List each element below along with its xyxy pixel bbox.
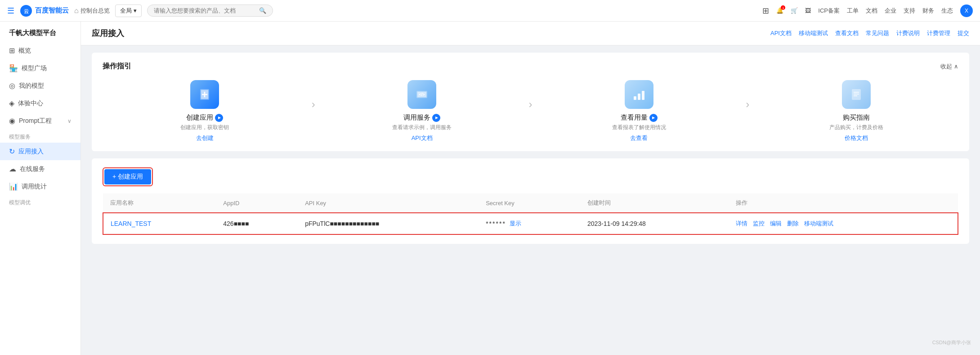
step-usage-play-icon[interactable] xyxy=(649,114,658,122)
sidebar-item-label: Prompt工程 xyxy=(19,117,52,125)
sidebar-item-prompt[interactable]: ◉ Prompt工程 ∨ xyxy=(0,112,81,130)
search-bar[interactable]: 🔍 xyxy=(147,4,273,17)
sidebar-item-label: 我的模型 xyxy=(19,82,44,90)
logo-text: 百度智能云 xyxy=(35,6,69,15)
api-docs-link[interactable]: API文档 xyxy=(770,29,792,37)
support-link[interactable]: 支持 xyxy=(904,7,915,15)
step-arrow-3: › xyxy=(746,98,749,124)
billing-explain-link[interactable]: 计费说明 xyxy=(896,29,920,37)
sidebar-item-call-stats[interactable]: 📊 调用统计 xyxy=(0,178,81,195)
logo: 云 百度智能云 xyxy=(20,4,69,17)
collapse-button[interactable]: 收起 ∧ xyxy=(940,63,958,71)
sidebar-item-my-models[interactable]: ◎ 我的模型 xyxy=(0,77,81,94)
sidebar-item-online-service[interactable]: ☁ 在线服务 xyxy=(0,160,81,178)
svg-rect-9 xyxy=(634,96,636,100)
app-id-cell: 426■■■■ xyxy=(216,213,298,234)
submit-link[interactable]: 提交 xyxy=(958,29,969,37)
purchase-guide-svg xyxy=(849,87,864,102)
svg-text:云: 云 xyxy=(24,9,29,14)
col-app-name: 应用名称 xyxy=(103,193,216,213)
table-row: LEARN_TEST 426■■■■ pFPuTlC■■■■■■■■■■■■■ … xyxy=(103,213,958,234)
step-call-icon: </> xyxy=(407,80,436,109)
svg-rect-10 xyxy=(638,94,640,100)
guide-steps: 创建应用 创建应用，获取密钥 去创建 › </> xyxy=(103,80,958,142)
sidebar-item-label: 在线服务 xyxy=(20,165,45,173)
col-create-time: 创建时间 xyxy=(580,193,729,213)
detail-link[interactable]: 详情 xyxy=(736,220,747,228)
step-create-name: 创建应用 xyxy=(186,113,223,122)
menu-icon[interactable]: ☰ xyxy=(7,6,14,16)
create-app-svg xyxy=(197,87,212,102)
my-models-icon: ◎ xyxy=(9,81,15,90)
step-purchase-link[interactable]: 价格文档 xyxy=(845,134,868,142)
logo-svg: 云 xyxy=(20,4,32,17)
home-icon: ⌂ xyxy=(74,7,79,15)
ecosystem-link[interactable]: 生态 xyxy=(941,7,953,15)
notification-icon[interactable]: 🔔1 xyxy=(776,7,783,14)
delete-link[interactable]: 删除 xyxy=(787,220,799,228)
create-btn-wrapper: + 创建应用 xyxy=(103,167,153,186)
collapse-label: 收起 xyxy=(940,63,952,71)
sidebar-item-app-access[interactable]: ↻ 应用接入 xyxy=(0,143,81,160)
step-create-link[interactable]: 去创建 xyxy=(196,134,214,142)
image-icon[interactable]: 🖼 xyxy=(805,7,811,14)
finance-link[interactable]: 财务 xyxy=(922,7,934,15)
col-app-id: AppID xyxy=(216,193,298,213)
app-name-cell: LEARN_TEST xyxy=(103,213,216,234)
step-purchase-desc: 产品购买，计费及价格 xyxy=(829,124,883,131)
mobile-test-link[interactable]: 移动端测试 xyxy=(799,29,828,37)
guide-step-purchase: 购买指南 产品购买，计费及价格 价格文档 xyxy=(754,80,958,142)
region-selector[interactable]: 全局 ▾ xyxy=(115,4,142,17)
avatar[interactable]: X xyxy=(960,4,973,17)
app-name-link[interactable]: LEARN_TEST xyxy=(111,220,151,227)
control-center-link[interactable]: 控制台总览 xyxy=(81,7,110,15)
sidebar-item-model-plaza[interactable]: 🏪 模型广场 xyxy=(0,59,81,77)
icp-link[interactable]: ICP备案 xyxy=(818,7,840,15)
step-create-desc: 创建应用，获取密钥 xyxy=(180,124,229,131)
edit-link[interactable]: 编辑 xyxy=(770,220,782,228)
guide-step-call: </> 调用服务 查看请求示例，调用服务 API文档 xyxy=(320,80,524,142)
sidebar-item-label: 调用统计 xyxy=(22,183,47,191)
step-call-link[interactable]: API文档 xyxy=(412,134,433,142)
step-create-play-icon[interactable] xyxy=(215,114,223,122)
monitor-link[interactable]: 监控 xyxy=(753,220,765,228)
col-actions: 操作 xyxy=(729,193,958,213)
cart-icon[interactable]: 🛒 xyxy=(791,7,798,14)
page-header: 应用接入 API文档 移动端测试 查看文档 常见问题 计费说明 计费管理 提交 xyxy=(81,22,980,45)
mobile-test-link[interactable]: 移动端测试 xyxy=(804,220,833,228)
svg-rect-11 xyxy=(642,91,644,100)
step-arrow-2: › xyxy=(529,98,533,124)
create-app-button[interactable]: + 创建应用 xyxy=(104,169,151,184)
apps-icon[interactable]: ⊞ xyxy=(762,6,769,16)
nav-links: ⌂ 控制台总览 xyxy=(74,7,110,15)
sidebar-item-label: 体验中心 xyxy=(18,99,43,108)
watermark: CSDN@商学小张 xyxy=(932,339,971,346)
ticket-link[interactable]: 工单 xyxy=(847,7,859,15)
show-secret-button[interactable]: 显示 xyxy=(510,220,521,228)
experience-icon: ◈ xyxy=(9,99,14,108)
sidebar-item-experience[interactable]: ◈ 体验中心 xyxy=(0,94,81,112)
docs-link[interactable]: 文档 xyxy=(866,7,877,15)
step-call-play-icon[interactable] xyxy=(432,114,440,122)
secret-dots: ****** xyxy=(486,220,506,227)
step-usage-link[interactable]: 去查看 xyxy=(630,134,648,142)
main-content: 应用接入 API文档 移动端测试 查看文档 常见问题 计费说明 计费管理 提交 … xyxy=(81,22,980,355)
app-table: 应用名称 AppID API Key Secret Key 创建时间 操作 LE… xyxy=(103,193,958,235)
usage-view-svg xyxy=(632,87,646,102)
sidebar-item-label: 概览 xyxy=(18,47,31,55)
billing-manage-link[interactable]: 计费管理 xyxy=(927,29,950,37)
faq-link[interactable]: 常见问题 xyxy=(866,29,889,37)
guide-section: 操作指引 收起 ∧ xyxy=(92,53,969,151)
search-icon: 🔍 xyxy=(259,7,266,14)
api-key-cell: pFPuTlC■■■■■■■■■■■■■ xyxy=(298,213,479,234)
right-nav-links: ⊞ 🔔1 🛒 🖼 ICP备案 工单 文档 企业 支持 财务 生态 X xyxy=(762,4,973,17)
enterprise-link[interactable]: 企业 xyxy=(885,7,896,15)
sidebar-item-overview[interactable]: ⊞ 概览 xyxy=(0,42,81,59)
header-links: API文档 移动端测试 查看文档 常见问题 计费说明 计费管理 提交 xyxy=(770,29,969,37)
view-docs-link[interactable]: 查看文档 xyxy=(835,29,859,37)
search-input[interactable] xyxy=(154,7,255,14)
step-purchase-icon xyxy=(842,80,871,109)
call-service-svg: </> xyxy=(415,87,429,102)
model-tune-section-label: 模型调优 xyxy=(0,195,81,208)
table-section: + 创建应用 应用名称 AppID API Key Secret Key 创建时… xyxy=(92,158,969,244)
